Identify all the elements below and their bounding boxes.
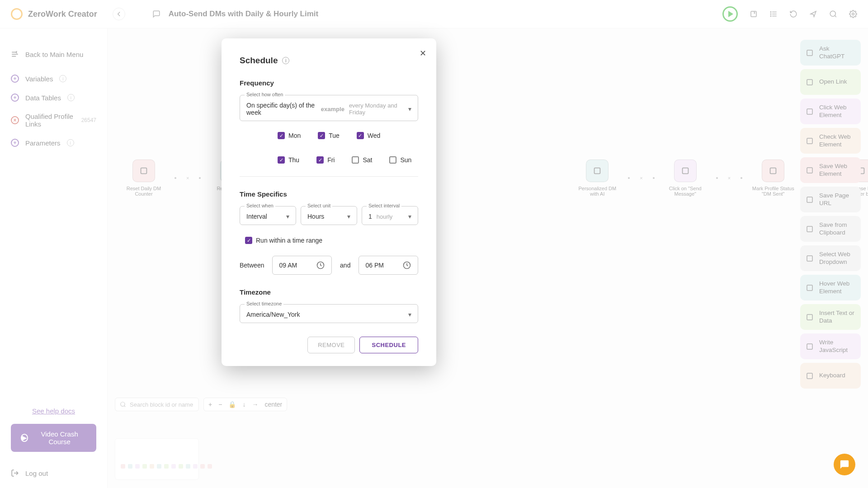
schedule-button[interactable]: SCHEDULE xyxy=(359,337,418,353)
field-label: Select unit xyxy=(306,203,332,208)
interval-hint: hourly xyxy=(377,213,392,220)
frequency-select[interactable]: Select how often On specific day(s) of t… xyxy=(240,95,418,121)
day-label: Mon xyxy=(288,132,301,139)
between-label: Between xyxy=(240,262,264,269)
checkbox-icon xyxy=(278,156,285,164)
day-label: Wed xyxy=(368,132,381,139)
example-text: every Monday and Friday xyxy=(349,102,404,116)
when-select[interactable]: Select when Interval ▾ xyxy=(240,206,296,225)
info-icon[interactable]: i xyxy=(282,57,289,64)
divider xyxy=(240,176,418,177)
checkbox-label: Run within a time range xyxy=(256,237,322,244)
field-label: Select interval xyxy=(367,203,401,208)
chevron-down-icon: ▾ xyxy=(408,105,411,113)
field-label: Select when xyxy=(245,203,275,208)
end-time-input[interactable]: 06 PM xyxy=(359,256,418,275)
field-label: Select timezone xyxy=(245,301,283,306)
day-checkbox-mon[interactable]: Mon xyxy=(278,132,301,139)
example-label: example xyxy=(321,106,344,113)
checkbox-icon xyxy=(318,132,325,139)
chevron-down-icon: ▾ xyxy=(347,213,350,220)
checkbox-icon xyxy=(357,132,364,139)
field-value: On specific day(s) of the week xyxy=(246,102,316,116)
checkbox-icon xyxy=(352,156,359,164)
clock-icon xyxy=(316,261,325,270)
clock-icon xyxy=(402,261,411,270)
checkbox-icon xyxy=(389,156,396,164)
checkbox-icon xyxy=(316,156,324,164)
remove-button[interactable]: REMOVE xyxy=(307,337,355,353)
field-value: 1 xyxy=(368,213,372,220)
chat-icon xyxy=(840,460,849,469)
days-row: MonTueWedThuFriSatSun xyxy=(240,132,418,164)
chat-fab[interactable] xyxy=(834,454,855,475)
time-value: 09 AM xyxy=(279,262,297,269)
field-value: Hours xyxy=(307,213,324,220)
checkbox-icon xyxy=(278,132,285,139)
timezone-heading: Timezone xyxy=(240,288,418,296)
chevron-down-icon: ▾ xyxy=(408,311,411,318)
time-value: 06 PM xyxy=(365,262,383,269)
day-checkbox-fri[interactable]: Fri xyxy=(316,156,335,164)
day-label: Fri xyxy=(327,156,335,164)
field-value: America/New_York xyxy=(246,311,300,318)
timezone-select[interactable]: Select timezone America/New_York ▾ xyxy=(240,304,418,323)
checkbox-icon xyxy=(245,237,252,244)
day-checkbox-wed[interactable]: Wed xyxy=(357,132,381,139)
title-text: Schedule xyxy=(240,56,278,66)
start-time-input[interactable]: 09 AM xyxy=(272,256,332,275)
close-button[interactable]: ✕ xyxy=(420,48,426,58)
frequency-heading: Frequency xyxy=(240,79,418,87)
interval-select[interactable]: Select interval 1 hourly ▾ xyxy=(362,206,418,225)
time-range-toggle[interactable]: Run within a time range xyxy=(240,237,418,244)
field-label: Select how often xyxy=(245,92,285,97)
day-checkbox-sun[interactable]: Sun xyxy=(389,156,411,164)
chevron-down-icon: ▾ xyxy=(408,213,411,220)
day-checkbox-sat[interactable]: Sat xyxy=(352,156,372,164)
day-label: Sun xyxy=(400,156,411,164)
day-label: Tue xyxy=(329,132,340,139)
day-label: Thu xyxy=(288,156,299,164)
day-label: Sat xyxy=(363,156,372,164)
day-checkbox-tue[interactable]: Tue xyxy=(318,132,340,139)
schedule-modal: ✕ Schedule i Frequency Select how often … xyxy=(222,38,436,366)
day-checkbox-thu[interactable]: Thu xyxy=(278,156,299,164)
field-value: Interval xyxy=(246,213,267,220)
time-heading: Time Specifics xyxy=(240,190,418,198)
and-label: and xyxy=(340,262,350,269)
modal-title: Schedule i xyxy=(240,56,418,66)
unit-select[interactable]: Select unit Hours ▾ xyxy=(301,206,357,225)
chevron-down-icon: ▾ xyxy=(286,213,289,220)
